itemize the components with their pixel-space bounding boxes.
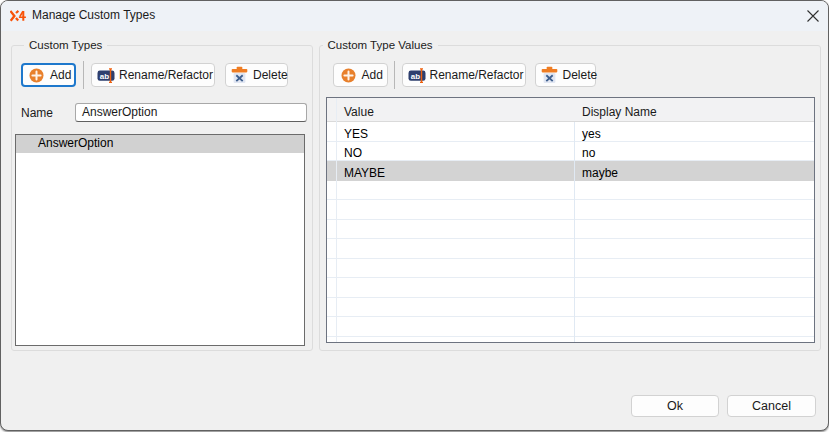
- svg-text:ab: ab: [100, 71, 109, 80]
- svg-text:ab: ab: [410, 71, 419, 80]
